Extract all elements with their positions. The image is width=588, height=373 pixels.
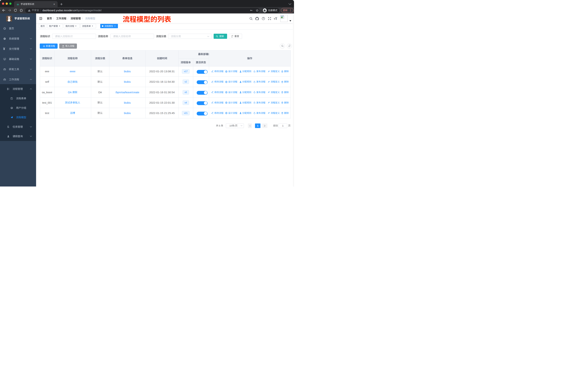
svg-text:?: ?	[263, 18, 264, 20]
